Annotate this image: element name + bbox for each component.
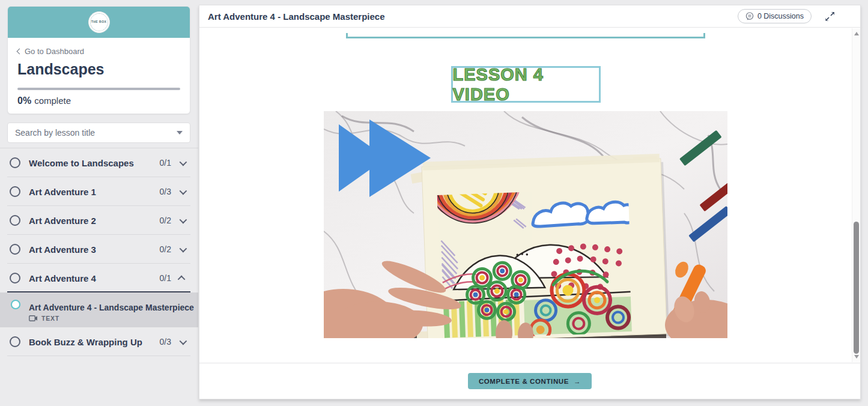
section-count: 0/2 <box>160 244 171 254</box>
section-progress-circle <box>10 244 20 255</box>
section-welcome-to-landscapes[interactable]: Welcome to Landscapes 0/1 <box>0 148 198 177</box>
content-scrollbar[interactable] <box>852 28 860 362</box>
lesson-video-banner: LESSON 4 VIDEO <box>451 66 601 103</box>
section-label: Art Adventure 3 <box>29 244 160 255</box>
section-book-buzz-wrapping-up[interactable]: Book Buzz & Wrapping Up 0/3 <box>0 327 198 356</box>
lesson-video-player[interactable] <box>324 111 727 338</box>
progress-percent: 0% <box>17 95 31 106</box>
discussions-label: 0 Discussions <box>757 12 804 20</box>
expand-arrows-icon <box>825 11 835 22</box>
course-title: Landscapes <box>17 61 180 78</box>
section-label: Book Buzz & Wrapping Up <box>29 337 160 347</box>
school-logo-text: THE BOX <box>90 13 108 31</box>
go-to-dashboard-label: Go to Dashboard <box>25 47 84 56</box>
lesson-page-title: Art Adventure 4 - Landscape Masterpiece <box>208 11 385 22</box>
school-logo: THE BOX <box>88 11 110 33</box>
lesson-panel: Art Adventure 4 - Landscape Masterpiece … <box>199 5 861 399</box>
expand-fullscreen-button[interactable] <box>825 11 835 22</box>
section-label: Art Adventure 1 <box>29 187 160 197</box>
curriculum-list: Welcome to Landscapes 0/1 Art Adventure … <box>0 148 198 356</box>
section-progress-circle <box>10 157 20 168</box>
lesson-progress-circle <box>11 300 20 309</box>
scrollbar-thumb[interactable] <box>854 222 859 354</box>
progress-bar <box>17 88 180 90</box>
course-card: THE BOX Go to Dashboard Landscapes 0%com… <box>7 6 190 114</box>
section-label: Art Adventure 2 <box>29 216 160 226</box>
chevron-left-icon <box>17 49 23 55</box>
scroll-up-arrow[interactable] <box>854 32 859 35</box>
chevron-down-icon <box>177 131 183 135</box>
chevron-down-icon <box>180 158 187 166</box>
section-progress-circle <box>10 336 20 347</box>
scrolled-content-edge <box>346 33 705 38</box>
artwork-paper <box>410 154 669 338</box>
video-thumbnail <box>324 111 727 338</box>
section-count: 0/3 <box>160 187 171 196</box>
lesson-type-label: TEXT <box>41 315 59 322</box>
chevron-down-icon <box>180 244 187 252</box>
chevron-down-icon <box>180 187 187 195</box>
lesson-video-banner-text: LESSON 4 VIDEO <box>453 65 599 105</box>
chevron-down-icon <box>180 337 187 345</box>
lesson-item-landscape-masterpiece[interactable]: Art Adventure 4 - Landscape Masterpiece … <box>0 292 198 327</box>
progress-text: 0%complete <box>17 95 180 106</box>
scroll-down-arrow[interactable] <box>854 355 859 359</box>
section-count: 0/1 <box>160 158 171 168</box>
complete-continue-button[interactable]: COMPLETE & CONTINUE → <box>468 373 592 389</box>
section-art-adventure-2[interactable]: Art Adventure 2 0/2 <box>0 206 198 235</box>
course-card-header: THE BOX <box>8 7 190 38</box>
chevron-down-icon <box>180 216 187 223</box>
speech-bubble-icon <box>745 12 754 20</box>
lesson-content: LESSON 4 VIDEO <box>199 28 852 362</box>
go-to-dashboard-link[interactable]: Go to Dashboard <box>17 47 84 56</box>
lesson-title: Art Adventure 4 - Landscape Masterpiece <box>29 303 194 312</box>
video-camera-icon <box>29 315 38 321</box>
section-art-adventure-3[interactable]: Art Adventure 3 0/2 <box>0 235 198 264</box>
section-label: Art Adventure 4 <box>29 273 160 283</box>
section-progress-circle <box>10 273 20 283</box>
chevron-up-icon <box>178 275 186 283</box>
progress-label: complete <box>34 95 71 106</box>
section-art-adventure-4[interactable]: Art Adventure 4 0/1 <box>0 264 198 292</box>
search-lesson-dropdown[interactable]: Search by lesson title <box>7 123 190 143</box>
section-label: Welcome to Landscapes <box>29 158 160 168</box>
discussions-button[interactable]: 0 Discussions <box>738 9 812 23</box>
section-count: 0/1 <box>160 273 171 283</box>
course-sidebar: THE BOX Go to Dashboard Landscapes 0%com… <box>0 0 198 406</box>
lesson-footer: COMPLETE & CONTINUE → <box>199 363 860 399</box>
section-progress-circle <box>10 215 20 226</box>
search-placeholder: Search by lesson title <box>15 128 95 138</box>
complete-continue-label: COMPLETE & CONTINUE <box>479 378 569 385</box>
section-progress-circle <box>10 186 20 197</box>
section-art-adventure-1[interactable]: Art Adventure 1 0/3 <box>0 177 198 206</box>
lesson-header: Art Adventure 4 - Landscape Masterpiece … <box>199 5 860 28</box>
section-count: 0/3 <box>160 337 171 347</box>
section-count: 0/2 <box>160 216 171 225</box>
arrow-right-icon: → <box>574 378 581 385</box>
